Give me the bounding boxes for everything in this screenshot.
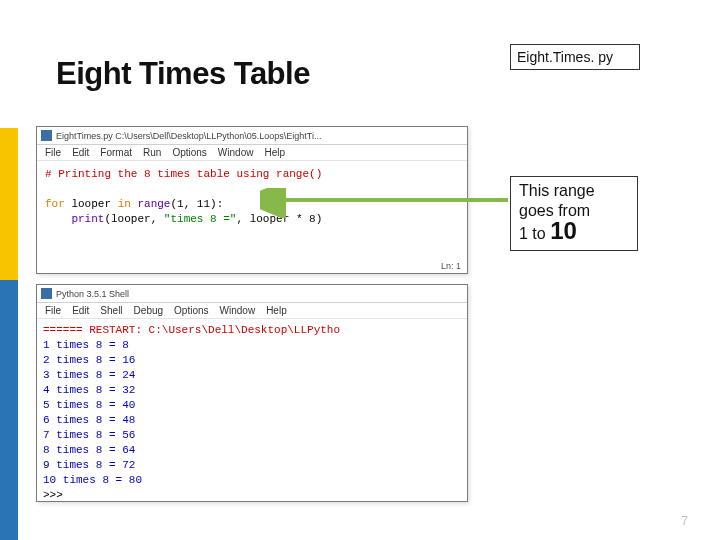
editor-statusbar: Ln: 1 [441,261,461,271]
shell-menu-file[interactable]: File [45,305,61,316]
shell-prompt: >>> [43,489,63,501]
print-str: "times 8 =" [164,213,237,225]
decorative-left-band [0,128,18,540]
out-8: 8 times 8 = 64 [43,444,135,456]
editor-menubar: File Edit Format Run Options Window Help [37,145,467,161]
shell-titlebar: Python 3.5.1 Shell [37,285,467,303]
range-callout: This range goes from 1 to 10 [510,176,638,251]
print-args-b: , looper * 8) [236,213,322,225]
fn-range: range [137,198,170,210]
range-args: (1, 11) [170,198,216,210]
python-icon [41,288,52,299]
menu-window[interactable]: Window [218,147,254,158]
editor-title-text: EightTimes.py C:\Users\Dell\Desktop\LLPy… [56,131,321,141]
kw-in: in [118,198,131,210]
out-1: 1 times 8 = 8 [43,339,129,351]
fn-print: print [71,213,104,225]
out-3: 3 times 8 = 24 [43,369,135,381]
range-line1: This range [519,181,629,201]
shell-menu-window[interactable]: Window [220,305,256,316]
out-4: 4 times 8 = 32 [43,384,135,396]
page-number: 7 [681,514,688,528]
menu-run[interactable]: Run [143,147,161,158]
kw-for: for [45,198,65,210]
code-comment: # Printing the 8 times table using range… [45,168,322,180]
menu-help[interactable]: Help [264,147,285,158]
out-2: 2 times 8 = 16 [43,354,135,366]
shell-menubar: File Edit Shell Debug Options Window Hel… [37,303,467,319]
menu-format[interactable]: Format [100,147,132,158]
filename-callout: Eight.Times. py [510,44,640,70]
shell-window: Python 3.5.1 Shell File Edit Shell Debug… [36,284,468,502]
editor-titlebar: EightTimes.py C:\Users\Dell\Desktop\LLPy… [37,127,467,145]
shell-output-area: ====== RESTART: C:\Users\Dell\Desktop\LL… [37,319,467,507]
shell-menu-help[interactable]: Help [266,305,287,316]
menu-file[interactable]: File [45,147,61,158]
shell-menu-shell[interactable]: Shell [100,305,122,316]
print-args-a: (looper, [104,213,163,225]
editor-code-area: # Printing the 8 times table using range… [37,161,467,233]
out-9: 9 times 8 = 72 [43,459,135,471]
out-5: 5 times 8 = 40 [43,399,135,411]
shell-title-text: Python 3.5.1 Shell [56,289,129,299]
range-line3: 1 to 10 [519,221,629,244]
ident-looper: looper [71,198,111,210]
shell-menu-options[interactable]: Options [174,305,208,316]
range-line3a: 1 to [519,225,550,242]
shell-menu-edit[interactable]: Edit [72,305,89,316]
slide-title: Eight Times Table [56,56,310,92]
menu-edit[interactable]: Edit [72,147,89,158]
menu-options[interactable]: Options [172,147,206,158]
range-line3b: 10 [550,217,577,244]
shell-menu-debug[interactable]: Debug [134,305,163,316]
code-editor-window: EightTimes.py C:\Users\Dell\Desktop\LLPy… [36,126,468,274]
restart-line: ====== RESTART: C:\Users\Dell\Desktop\LL… [43,324,340,336]
out-10: 10 times 8 = 80 [43,474,142,486]
out-6: 6 times 8 = 48 [43,414,135,426]
colon: : [217,198,224,210]
out-7: 7 times 8 = 56 [43,429,135,441]
python-icon [41,130,52,141]
